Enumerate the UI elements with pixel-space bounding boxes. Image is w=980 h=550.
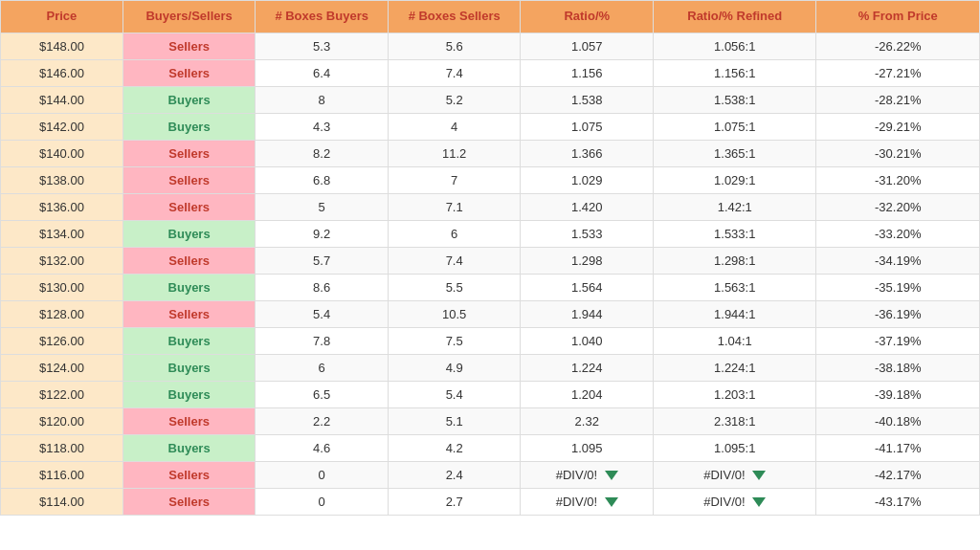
ratio-cell: 1.040 <box>521 327 654 354</box>
table-row: $120.00Sellers2.25.12.322.318:1-40.18% <box>1 407 980 434</box>
from-price-cell: -42.17% <box>816 461 980 488</box>
boxes-buyers-cell: 9.2 <box>256 220 389 247</box>
from-price-cell: -27.21% <box>816 59 980 86</box>
header-ratio: Ratio/% <box>521 1 654 33</box>
boxes-buyers-cell: 8 <box>256 86 389 113</box>
boxes-buyers-cell: 6 <box>256 354 389 381</box>
boxes-sellers-cell: 5.6 <box>388 33 521 59</box>
boxes-sellers-cell: 5.4 <box>388 381 521 407</box>
price-cell: $146.00 <box>1 59 123 86</box>
ratio-refined-cell: 1.224:1 <box>653 354 816 381</box>
ratio-refined-cell: 1.563:1 <box>653 274 816 300</box>
ratio-refined-cell: #DIV/0! <box>653 488 816 515</box>
type-cell: Buyers <box>122 354 256 381</box>
price-cell: $118.00 <box>1 434 123 461</box>
ratio-refined-cell: 1.538:1 <box>653 86 816 113</box>
boxes-buyers-cell: 6.8 <box>256 166 389 193</box>
boxes-sellers-cell: 2.7 <box>388 488 521 515</box>
table-row: $122.00Buyers6.55.41.2041.203:1-39.18% <box>1 381 980 407</box>
ratio-cell: #DIV/0! <box>521 488 654 515</box>
boxes-buyers-cell: 2.2 <box>256 407 389 434</box>
ratio-cell: 1.156 <box>521 59 654 86</box>
table-row: $128.00Sellers5.410.51.9441.944:1-36.19% <box>1 300 980 327</box>
ratio-cell: 1.095 <box>521 434 654 461</box>
boxes-buyers-cell: 4.6 <box>256 434 389 461</box>
boxes-buyers-cell: 5 <box>256 193 389 220</box>
boxes-sellers-cell: 4.2 <box>388 434 521 461</box>
table-row: $130.00Buyers8.65.51.5641.563:1-35.19% <box>1 274 980 300</box>
type-cell: Buyers <box>122 274 256 300</box>
boxes-sellers-cell: 10.5 <box>388 300 521 327</box>
price-cell: $134.00 <box>1 220 123 247</box>
ratio-refined-cell: 1.42:1 <box>653 193 816 220</box>
table-row: $116.00Sellers02.4#DIV/0! #DIV/0! -42.17… <box>1 461 980 488</box>
price-cell: $130.00 <box>1 274 123 300</box>
ratio-cell: 1.029 <box>521 166 654 193</box>
from-price-cell: -38.18% <box>816 354 980 381</box>
price-cell: $142.00 <box>1 113 123 140</box>
header-boxes-buyers: # Boxes Buyers <box>256 1 389 33</box>
table-row: $146.00Sellers6.47.41.1561.156:1-27.21% <box>1 59 980 86</box>
boxes-sellers-cell: 7.5 <box>388 327 521 354</box>
type-cell: Sellers <box>122 193 256 220</box>
type-cell: Sellers <box>122 33 256 59</box>
boxes-sellers-cell: 4 <box>388 113 521 140</box>
type-cell: Sellers <box>122 140 256 166</box>
price-cell: $114.00 <box>1 488 123 515</box>
header-boxes-sellers: # Boxes Sellers <box>388 1 521 33</box>
type-cell: Sellers <box>122 59 256 86</box>
table-row: $126.00Buyers7.87.51.0401.04:1-37.19% <box>1 327 980 354</box>
boxes-buyers-cell: 5.3 <box>256 33 389 59</box>
table-row: $124.00Buyers64.91.2241.224:1-38.18% <box>1 354 980 381</box>
type-cell: Buyers <box>122 86 256 113</box>
ratio-cell: 2.32 <box>521 407 654 434</box>
ratio-cell: 1.944 <box>521 300 654 327</box>
ratio-cell: 1.420 <box>521 193 654 220</box>
boxes-sellers-cell: 6 <box>388 220 521 247</box>
ratio-refined-cell: 1.365:1 <box>653 140 816 166</box>
price-cell: $120.00 <box>1 407 123 434</box>
from-price-cell: -43.17% <box>816 488 980 515</box>
boxes-buyers-cell: 4.3 <box>256 113 389 140</box>
from-price-cell: -41.17% <box>816 434 980 461</box>
price-cell: $122.00 <box>1 381 123 407</box>
type-cell: Buyers <box>122 220 256 247</box>
from-price-cell: -36.19% <box>816 300 980 327</box>
type-cell: Sellers <box>122 407 256 434</box>
table-row: $114.00Sellers02.7#DIV/0! #DIV/0! -43.17… <box>1 488 980 515</box>
boxes-buyers-cell: 7.8 <box>256 327 389 354</box>
price-cell: $148.00 <box>1 33 123 59</box>
table-row: $142.00Buyers4.341.0751.075:1-29.21% <box>1 113 980 140</box>
boxes-sellers-cell: 11.2 <box>388 140 521 166</box>
boxes-sellers-cell: 2.4 <box>388 461 521 488</box>
ratio-cell: 1.057 <box>521 33 654 59</box>
ratio-cell: 1.366 <box>521 140 654 166</box>
type-cell: Buyers <box>122 434 256 461</box>
ratio-refined-cell: #DIV/0! <box>653 461 816 488</box>
from-price-cell: -39.18% <box>816 381 980 407</box>
header-from-price: % From Price <box>816 1 980 33</box>
from-price-cell: -29.21% <box>816 113 980 140</box>
boxes-buyers-cell: 5.7 <box>256 247 389 274</box>
price-cell: $124.00 <box>1 354 123 381</box>
price-cell: $136.00 <box>1 193 123 220</box>
price-cell: $132.00 <box>1 247 123 274</box>
table-row: $136.00Sellers57.11.4201.42:1-32.20% <box>1 193 980 220</box>
boxes-sellers-cell: 7 <box>388 166 521 193</box>
from-price-cell: -26.22% <box>816 33 980 59</box>
from-price-cell: -34.19% <box>816 247 980 274</box>
boxes-buyers-cell: 0 <box>256 461 389 488</box>
ratio-refined-cell: 2.318:1 <box>653 407 816 434</box>
ratio-cell: 1.298 <box>521 247 654 274</box>
boxes-sellers-cell: 7.4 <box>388 247 521 274</box>
type-cell: Sellers <box>122 488 256 515</box>
from-price-cell: -33.20% <box>816 220 980 247</box>
price-cell: $128.00 <box>1 300 123 327</box>
table-row: $134.00Buyers9.261.5331.533:1-33.20% <box>1 220 980 247</box>
ratio-refined-cell: 1.056:1 <box>653 33 816 59</box>
table-row: $118.00Buyers4.64.21.0951.095:1-41.17% <box>1 434 980 461</box>
from-price-cell: -30.21% <box>816 140 980 166</box>
table-row: $144.00Buyers85.21.5381.538:1-28.21% <box>1 86 980 113</box>
ratio-refined-cell: 1.156:1 <box>653 59 816 86</box>
boxes-sellers-cell: 7.1 <box>388 193 521 220</box>
